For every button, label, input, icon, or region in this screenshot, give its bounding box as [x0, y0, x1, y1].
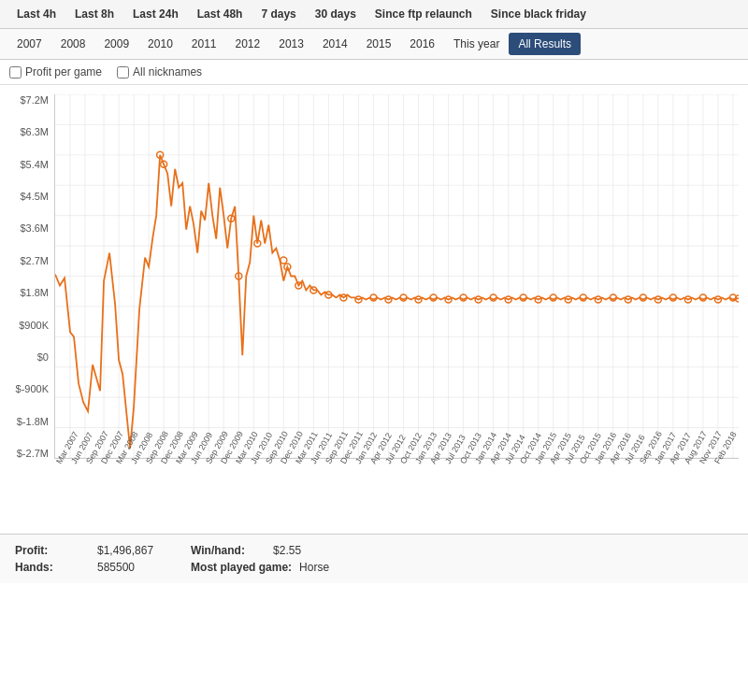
win-stats: Win/hand: $2.55 Most played game: Horse — [191, 544, 329, 574]
nav-last24h[interactable]: Last 24h — [123, 0, 188, 28]
profit-label: Profit: — [15, 544, 90, 557]
profit-stats: Profit: $1,496,867 Hands: 585500 — [15, 544, 153, 574]
y-label-3: $4.5M — [20, 191, 49, 202]
profit-per-game-option[interactable]: Profit per game — [9, 65, 102, 79]
all-nicknames-label: All nicknames — [133, 65, 202, 79]
y-label-9: $-900K — [16, 383, 49, 394]
profit-per-game-checkbox[interactable] — [9, 66, 22, 79]
chart-area: $7.2M $6.3M $5.4M $4.5M $3.6M $2.7M $1.8… — [0, 85, 748, 534]
profit-value: $1,496,867 — [97, 544, 153, 557]
top-navigation: Last 4h Last 8h Last 24h Last 48h 7 days… — [0, 0, 748, 29]
hands-value: 585500 — [97, 561, 135, 574]
options-bar: Profit per game All nicknames — [0, 60, 748, 85]
y-axis: $7.2M $6.3M $5.4M $4.5M $3.6M $2.7M $1.8… — [0, 94, 54, 459]
chart-graph — [54, 94, 739, 459]
year-this[interactable]: This year — [444, 33, 509, 55]
year-2012[interactable]: 2012 — [226, 33, 270, 55]
chart-line — [55, 155, 739, 449]
year-2008[interactable]: 2008 — [51, 33, 95, 55]
all-nicknames-option[interactable]: All nicknames — [117, 65, 202, 79]
y-label-4: $3.6M — [20, 222, 49, 234]
y-label-8: $0 — [37, 351, 49, 363]
profit-per-game-label: Profit per game — [25, 65, 102, 79]
y-label-1: $6.3M — [20, 126, 49, 137]
nav-30days[interactable]: 30 days — [306, 0, 366, 28]
hands-label: Hands: — [15, 561, 90, 574]
y-label-6: $1.8M — [20, 287, 49, 298]
year-2010[interactable]: 2010 — [138, 33, 182, 55]
y-label-2: $5.4M — [20, 159, 49, 170]
y-label-7: $900K — [19, 320, 49, 331]
nav-last4h[interactable]: Last 4h — [7, 0, 65, 28]
most-played-label: Most played game: — [191, 561, 292, 574]
year-2013[interactable]: 2013 — [269, 33, 313, 55]
year-2009[interactable]: 2009 — [94, 33, 138, 55]
year-2015[interactable]: 2015 — [357, 33, 401, 55]
year-all-results[interactable]: All Results — [509, 33, 581, 55]
y-label-0: $7.2M — [20, 94, 49, 106]
all-nicknames-checkbox[interactable] — [117, 66, 129, 79]
nav-black-friday[interactable]: Since black friday — [482, 0, 596, 28]
year-2007[interactable]: 2007 — [7, 33, 51, 55]
nav-last8h[interactable]: Last 8h — [65, 0, 123, 28]
y-label-10: $-1.8M — [17, 416, 49, 427]
stats-bar: Profit: $1,496,867 Hands: 585500 Win/han… — [0, 534, 748, 583]
nav-7days[interactable]: 7 days — [252, 0, 305, 28]
x-axis-labels: Mar 2007 Jun 2007 Sep 2007 Dec 2007 Mar … — [54, 461, 739, 530]
year-2016[interactable]: 2016 — [400, 33, 444, 55]
year-navigation: 2007 2008 2009 2010 2011 2012 2013 2014 … — [0, 29, 748, 60]
winhand-label: Win/hand: — [191, 544, 266, 557]
year-2014[interactable]: 2014 — [313, 33, 357, 55]
y-label-11: $-2.7M — [17, 448, 49, 459]
nav-ftp-relaunch[interactable]: Since ftp relaunch — [366, 0, 482, 28]
y-label-5: $2.7M — [20, 255, 49, 266]
most-played-value: Horse — [299, 561, 329, 574]
year-2011[interactable]: 2011 — [182, 33, 226, 55]
winhand-value: $2.55 — [273, 544, 301, 557]
chart-svg — [55, 94, 739, 458]
nav-last48h[interactable]: Last 48h — [188, 0, 252, 28]
